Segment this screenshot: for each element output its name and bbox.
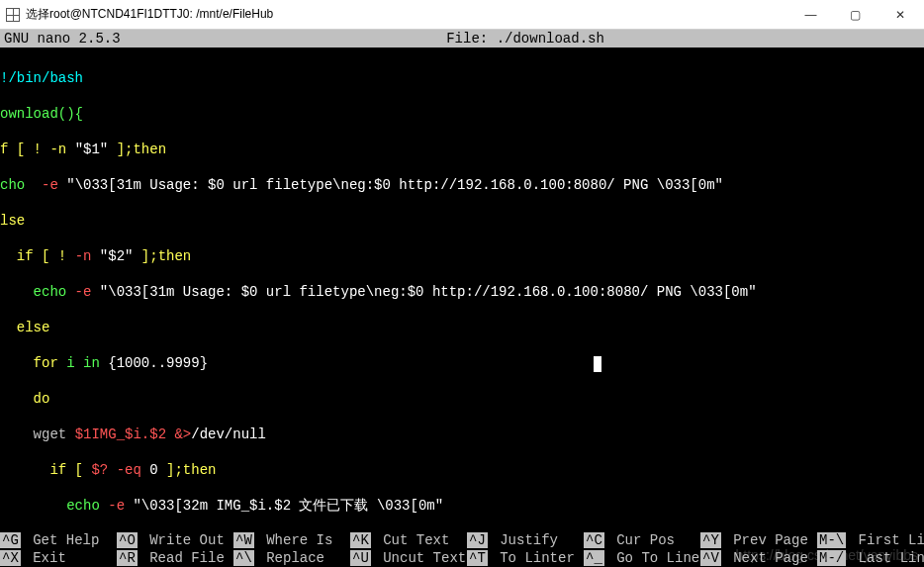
- shortcut-item[interactable]: M-/ Last Line: [817, 549, 924, 567]
- shortcut-item[interactable]: ^_ Go To Line: [584, 549, 700, 567]
- shortcut-label: First Lin: [850, 532, 924, 548]
- shortcut-label: Last Line: [850, 550, 924, 566]
- shortcut-item[interactable]: ^C Cur Pos: [584, 531, 700, 549]
- nano-header: GNU nano 2.5.3 File: ./download.sh: [0, 30, 924, 47]
- code-text: echo: [0, 498, 100, 514]
- code-text: echo: [0, 284, 66, 300]
- shortcut-key: M-\: [817, 532, 846, 548]
- window-title: 选择root@NTCND41FI1DTTJ0: /mnt/e/FileHub: [26, 6, 273, 23]
- shortcut-item[interactable]: ^\ Replace: [233, 549, 350, 567]
- shortcut-label: Replace: [258, 550, 324, 566]
- code-text: $? -eq: [91, 462, 140, 478]
- shortcut-item[interactable]: ^R Read File: [117, 549, 233, 567]
- shortcut-key: ^O: [117, 532, 138, 548]
- code-text: -e: [100, 498, 125, 514]
- shortcut-label: Exit: [25, 550, 66, 566]
- code-text: {1000..9999}: [100, 355, 208, 371]
- minimize-button[interactable]: —: [788, 1, 833, 29]
- shortcut-label: Where Is: [258, 532, 333, 548]
- code-text: else: [0, 320, 49, 335]
- nano-shortcut-bar: ^G Get Help^O Write Out^W Where Is^K Cut…: [0, 531, 924, 567]
- code-text: -e: [34, 177, 58, 193]
- code-text: wget: [0, 426, 75, 442]
- shortcut-key: ^Y: [700, 532, 721, 548]
- code-text: "\033[32m IMG_$i.$2 文件已下载 \033[0m": [125, 498, 443, 514]
- shortcut-key: ^R: [117, 550, 138, 566]
- terminal[interactable]: GNU nano 2.5.3 File: ./download.sh !/bin…: [0, 30, 924, 567]
- code-text: i in: [58, 355, 100, 371]
- shortcut-key: ^J: [467, 532, 488, 548]
- shortcut-key: ^W: [233, 532, 254, 548]
- code-text: "$1": [75, 142, 109, 157]
- shortcut-item[interactable]: ^V Next Page: [700, 549, 817, 567]
- app-icon: [6, 8, 20, 22]
- shortcut-item[interactable]: ^J Justify: [467, 531, 584, 549]
- code-text: -e: [66, 284, 91, 300]
- shortcut-key: ^C: [584, 532, 604, 548]
- shortcut-key: ^X: [0, 550, 21, 566]
- shortcut-item[interactable]: ^O Write Out: [117, 531, 233, 549]
- code-text: 0: [141, 462, 158, 478]
- shortcut-item[interactable]: ^X Exit: [0, 549, 117, 567]
- text-cursor: [594, 356, 601, 372]
- shortcut-item[interactable]: ^K Cut Text: [350, 531, 467, 549]
- code-text: ];then: [108, 142, 166, 157]
- shortcut-label: Next Page: [725, 550, 808, 566]
- code-text: -n: [75, 248, 92, 264]
- code-text: if [: [0, 462, 91, 478]
- window-controls: — ▢ ✕: [788, 1, 922, 29]
- shortcut-key: ^\: [233, 550, 254, 566]
- shortcut-key: ^T: [467, 550, 488, 566]
- shortcut-item[interactable]: ^G Get Help: [0, 531, 117, 549]
- close-button[interactable]: ✕: [878, 1, 922, 29]
- shortcut-key: ^G: [0, 532, 21, 548]
- shortcut-key: ^U: [350, 550, 371, 566]
- shortcut-label: Cut Text: [375, 532, 450, 548]
- shortcut-item[interactable]: ^Y Prev Page: [700, 531, 817, 549]
- file-label: File:: [446, 31, 488, 47]
- code-text: ownload(){: [0, 106, 83, 122]
- shortcut-label: Justify: [492, 532, 558, 548]
- code-text: "\033[31m Usage: $0 url filetype\neg:$0 …: [91, 284, 756, 300]
- code-text: do: [0, 391, 49, 407]
- code-text: cho: [0, 177, 34, 193]
- code-text: !/bin/bash: [0, 70, 83, 86]
- shortcut-label: Get Help: [25, 532, 100, 548]
- code-text: $1IMG_$i.$2 &>: [75, 426, 192, 442]
- code-text: "$2": [91, 248, 133, 264]
- nano-app-name: GNU nano 2.5.3: [4, 31, 121, 47]
- shortcut-key: ^K: [350, 532, 371, 548]
- shortcut-item[interactable]: ^W Where Is: [233, 531, 350, 549]
- shortcut-label: Write Out: [141, 532, 225, 548]
- shortcut-key: ^V: [700, 550, 721, 566]
- shortcut-label: Go To Line: [608, 550, 699, 566]
- shortcut-label: Cur Pos: [608, 532, 675, 548]
- shortcut-item[interactable]: M-\ First Lin: [817, 531, 924, 549]
- code-text: f [ ! -n: [0, 142, 75, 157]
- shortcut-label: Uncut Text: [375, 550, 466, 566]
- shortcut-label: To Linter: [492, 550, 575, 566]
- shortcut-label: Prev Page: [725, 532, 808, 548]
- code-text: ];then: [133, 248, 191, 264]
- shortcut-label: Read File: [141, 550, 225, 566]
- shortcut-item[interactable]: ^T To Linter: [467, 549, 584, 567]
- maximize-button[interactable]: ▢: [833, 1, 878, 29]
- editor-content[interactable]: !/bin/bash ownload(){ f [ ! -n "$1" ];th…: [0, 47, 924, 567]
- code-text: if [ !: [0, 248, 75, 264]
- code-text: lse: [0, 213, 25, 229]
- shortcut-key: M-/: [817, 550, 846, 566]
- code-text: "\033[31m Usage: $0 url filetype\neg:$0 …: [58, 177, 723, 193]
- shortcut-item[interactable]: ^U Uncut Text: [350, 549, 467, 567]
- window-titlebar: 选择root@NTCND41FI1DTTJ0: /mnt/e/FileHub —…: [0, 0, 924, 30]
- shortcut-key: ^_: [584, 550, 604, 566]
- file-path: ./download.sh: [497, 31, 604, 47]
- code-text: ];then: [158, 462, 217, 478]
- code-text: for: [0, 355, 58, 371]
- code-text: /dev/null: [191, 426, 266, 442]
